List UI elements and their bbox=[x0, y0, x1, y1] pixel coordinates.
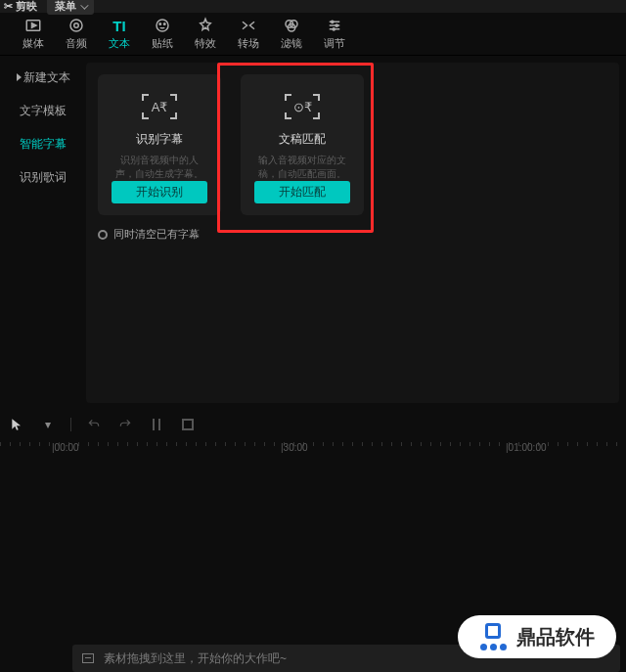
svg-point-4 bbox=[156, 20, 168, 31]
sidebar-item-text-template[interactable]: 文字模板 bbox=[9, 99, 77, 122]
sidebar-item-new-text[interactable]: 新建文本 bbox=[9, 66, 77, 89]
card-description: 输入音视频对应的文稿，自动匹配画面。 bbox=[254, 154, 350, 181]
sidebar-item-smart-subtitle[interactable]: 智能字幕 bbox=[9, 132, 77, 156]
card-description: 识别音视频中的人声，自动生成字幕。 bbox=[112, 154, 207, 181]
sticker-icon bbox=[153, 17, 172, 34]
timeline-ruler[interactable]: |00:00 |30:00 |01:00:00 bbox=[0, 439, 626, 461]
chevron-down-icon[interactable]: ▾ bbox=[39, 416, 57, 433]
clip-icon bbox=[82, 653, 94, 663]
chevron-down-icon bbox=[80, 1, 88, 9]
card-title: 文稿匹配 bbox=[279, 131, 326, 148]
media-icon bbox=[23, 17, 43, 34]
svg-point-2 bbox=[70, 20, 82, 31]
tool-transition[interactable]: 转场 bbox=[227, 17, 270, 51]
track-placeholder: 素材拖拽到这里，开始你的大作吧~ bbox=[104, 650, 287, 667]
undo-button[interactable] bbox=[85, 416, 103, 433]
tool-sticker[interactable]: 贴纸 bbox=[141, 17, 184, 51]
card-recognize-subtitle: A₹ 识别字幕 识别音视频中的人声，自动生成字幕。 开始识别 bbox=[98, 74, 221, 215]
delete-button[interactable] bbox=[179, 416, 197, 433]
radio-icon bbox=[98, 230, 108, 240]
svg-point-6 bbox=[164, 23, 166, 25]
svg-rect-18 bbox=[183, 420, 193, 429]
main-toolbar: 媒体 音频 TI 文本 贴纸 特效 转场 滤镜 bbox=[0, 13, 626, 56]
ruler-tick: |01:00:00 bbox=[506, 442, 547, 453]
effects-icon bbox=[196, 17, 215, 34]
tool-effects[interactable]: 特效 bbox=[184, 17, 227, 51]
svg-point-15 bbox=[333, 28, 335, 30]
audio-icon bbox=[67, 17, 86, 34]
tool-media[interactable]: 媒体 bbox=[12, 17, 55, 51]
svg-point-5 bbox=[159, 23, 161, 25]
transition-icon bbox=[239, 17, 258, 34]
menu-button[interactable]: 菜单 bbox=[47, 0, 94, 15]
text-icon: TI bbox=[110, 17, 129, 34]
redo-button[interactable] bbox=[116, 416, 134, 433]
svg-point-14 bbox=[335, 24, 337, 26]
sidebar-item-lyrics[interactable]: 识别歌词 bbox=[9, 165, 77, 189]
tool-filter[interactable]: 滤镜 bbox=[270, 17, 313, 51]
card-title: 识别字幕 bbox=[136, 131, 183, 148]
tool-audio[interactable]: 音频 bbox=[55, 17, 98, 51]
start-recognize-button[interactable]: 开始识别 bbox=[112, 181, 207, 203]
start-match-button[interactable]: 开始匹配 bbox=[254, 181, 350, 203]
app-logo-text: ✂ 剪映 bbox=[4, 0, 37, 14]
watermark-text: 鼎品软件 bbox=[516, 624, 595, 650]
timeline-toolbar: ▾ bbox=[0, 410, 626, 439]
main-panel: 新建文本 文字模板 智能字幕 识别歌词 A₹ 识别字幕 识别音视频中的 bbox=[0, 56, 626, 410]
adjust-icon bbox=[325, 17, 344, 34]
cursor-tool[interactable] bbox=[8, 416, 25, 433]
watermark-logo-icon bbox=[479, 623, 507, 650]
clear-subtitle-option[interactable]: 同时清空已有字幕 bbox=[98, 227, 607, 242]
ruler-tick: |30:00 bbox=[281, 442, 308, 453]
arrow-right-icon bbox=[17, 73, 22, 81]
content-area: A₹ 识别字幕 识别音视频中的人声，自动生成字幕。 开始识别 ⊙₹ 文稿匹配 输… bbox=[86, 63, 619, 403]
svg-point-13 bbox=[332, 21, 334, 22]
match-icon: ⊙₹ bbox=[285, 88, 320, 125]
ruler-tick: |00:00 bbox=[52, 442, 79, 453]
subtitle-icon: A₹ bbox=[142, 88, 177, 125]
svg-marker-1 bbox=[32, 23, 37, 28]
card-script-match: ⊙₹ 文稿匹配 输入音视频对应的文稿，自动匹配画面。 开始匹配 bbox=[241, 74, 364, 215]
left-sidebar: 新建文本 文字模板 智能字幕 识别歌词 bbox=[0, 56, 86, 410]
tool-text[interactable]: TI 文本 bbox=[98, 17, 141, 51]
svg-point-3 bbox=[74, 23, 79, 28]
watermark-badge: 鼎品软件 bbox=[458, 615, 616, 658]
split-button[interactable] bbox=[148, 416, 165, 433]
title-bar: ✂ 剪映 菜单 bbox=[0, 0, 626, 13]
tool-adjust[interactable]: 调节 bbox=[313, 17, 356, 51]
filter-icon bbox=[282, 17, 301, 34]
